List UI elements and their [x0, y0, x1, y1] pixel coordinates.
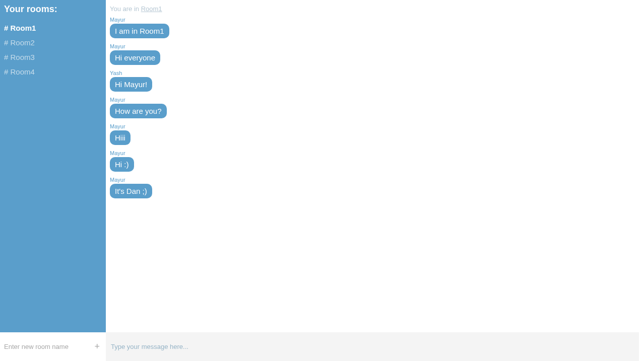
sidebar-new-room: +: [0, 332, 106, 361]
new-room-input[interactable]: [4, 343, 92, 350]
message-bubble: Hi everyone: [110, 50, 160, 65]
room-header: You are in Room1: [106, 0, 644, 17]
message-list: MayurI am in Room1MayurHi everyoneYashHi…: [106, 17, 644, 332]
message: MayurI am in Room1: [110, 17, 640, 38]
message: MayurHow are you?: [110, 97, 640, 118]
sidebar-top: Your rooms: # Room1# Room2# Room3# Room4: [0, 0, 106, 332]
message-sender: Mayur: [110, 97, 640, 103]
message-bubble: Hi Mayur!: [110, 77, 152, 92]
message: MayurIt's Dan ;): [110, 177, 640, 198]
room-list: # Room1# Room2# Room3# Room4: [4, 21, 102, 79]
sidebar-item-room2[interactable]: # Room2: [4, 35, 102, 50]
message: MayurHiii: [110, 123, 640, 145]
message-sender: Yash: [110, 70, 640, 76]
header-prefix: You are in: [110, 5, 141, 13]
main: You are in Room1 MayurI am in Room1Mayur…: [106, 0, 644, 361]
sidebar-item-room1[interactable]: # Room1: [4, 21, 102, 35]
plus-icon[interactable]: +: [92, 341, 102, 352]
message-bubble: Hiii: [110, 130, 131, 145]
sidebar-title: Your rooms:: [4, 4, 102, 15]
message-sender: Mayur: [110, 123, 640, 129]
message: MayurHi everyone: [110, 43, 640, 65]
message-sender: Mayur: [110, 17, 640, 23]
message-sender: Mayur: [110, 43, 640, 49]
composer: [106, 332, 639, 361]
message: YashHi Mayur!: [110, 70, 640, 92]
message: MayurHi :): [110, 150, 640, 172]
message-sender: Mayur: [110, 150, 640, 156]
sidebar: Your rooms: # Room1# Room2# Room3# Room4…: [0, 0, 106, 361]
message-sender: Mayur: [110, 177, 640, 183]
sidebar-item-room3[interactable]: # Room3: [4, 50, 102, 64]
message-bubble: I am in Room1: [110, 24, 169, 38]
message-bubble: How are you?: [110, 104, 167, 118]
message-bubble: Hi :): [110, 157, 134, 172]
message-bubble: It's Dan ;): [110, 184, 152, 198]
room-link[interactable]: Room1: [141, 5, 162, 13]
message-input[interactable]: [111, 343, 634, 350]
sidebar-item-room4[interactable]: # Room4: [4, 64, 102, 79]
